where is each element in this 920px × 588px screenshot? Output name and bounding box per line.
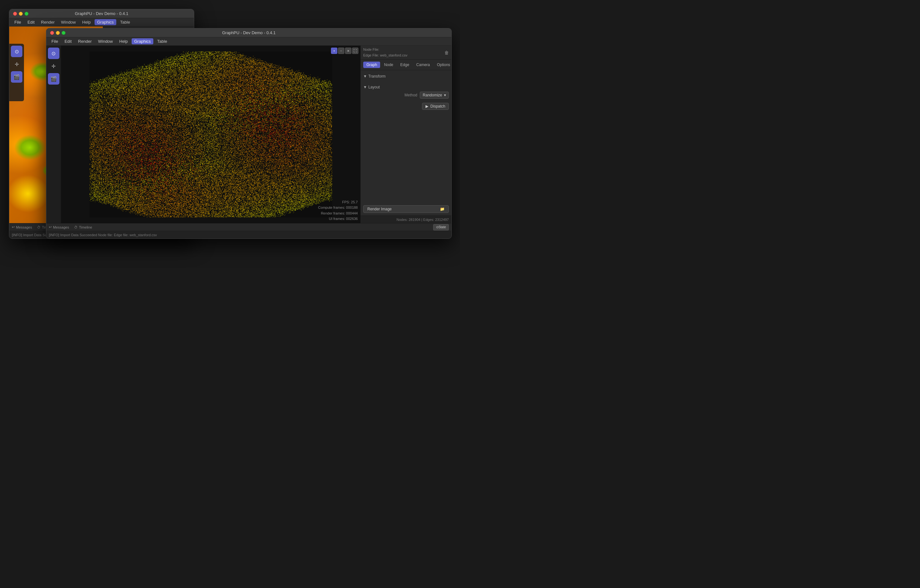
tab-camera-front[interactable]: Camera <box>413 61 433 68</box>
trash-icon-front[interactable]: 🗑 <box>444 50 449 55</box>
state-label: State <box>439 225 446 229</box>
window-title-bg: GraphPU - Dev Demo - 0.4.1 <box>75 11 128 16</box>
panel-content-front: ▼ Transform ▼ Layout Method Randomize ▾ <box>361 70 451 116</box>
render-stat: Render frames: 000444 <box>318 211 358 216</box>
menubar-bg: File Edit Render Window Help Graphics Ta… <box>9 18 194 26</box>
tab-node-front[interactable]: Node <box>381 61 397 68</box>
minimize-button-bg[interactable] <box>19 12 23 16</box>
messages-label-bg: Messages <box>16 225 32 229</box>
tool-camera-front[interactable]: 🎬 <box>48 73 60 85</box>
menu-edit-front[interactable]: Edit <box>62 38 74 44</box>
timeline-icon-bg: ⏱ <box>37 225 40 229</box>
file-info-front: Node File: Edge File: web_stanford.csv 🗑 <box>361 46 451 60</box>
close-button-bg[interactable] <box>13 12 17 16</box>
timeline-label-front: Timeline <box>79 225 92 229</box>
menu-file-front[interactable]: File <box>49 38 61 44</box>
window-title-front: GraphPU - Dev Demo - 0.4.1 <box>222 30 276 35</box>
maximize-button-front[interactable] <box>62 31 65 35</box>
menu-edit-bg[interactable]: Edit <box>25 19 37 25</box>
ui-stat: UI frames: 002636 <box>318 216 358 222</box>
render-image-button[interactable]: Render Image 📁 <box>363 205 449 213</box>
layout-chevron: ▼ <box>363 85 367 89</box>
vp-ctrl-close[interactable]: ✕ <box>345 48 351 54</box>
vp-ctrl-expand[interactable]: ⛶ <box>352 48 358 54</box>
main-area-front: ⊙ ✛ 🎬 • − ✕ ⛶ FPS: 25.7 <box>46 46 451 223</box>
traffic-lights-front[interactable] <box>50 31 65 35</box>
toolbar-front: ⊙ ✛ 🎬 <box>46 46 61 223</box>
menu-window-bg[interactable]: Window <box>58 19 78 25</box>
menu-graphics-bg[interactable]: Graphics <box>94 19 116 25</box>
timeline-icon-front: ⏱ <box>74 225 78 229</box>
title-bar-front: GraphPU - Dev Demo - 0.4.1 <box>46 28 451 37</box>
folder-icon: 📁 <box>440 207 445 211</box>
panel-tabs-front: Graph Node Edge Camera Options <box>361 60 451 70</box>
messages-icon-front: ↩ <box>49 225 52 229</box>
node-file-front: Node File: <box>363 47 407 53</box>
toolbar-bg: ⊙ ✛ 🎬 <box>9 44 24 101</box>
menubar-front: File Edit Render Window Help Graphics Ta… <box>46 37 451 46</box>
layout-header[interactable]: ▼ Layout <box>363 84 449 90</box>
state-button[interactable]: ⊙ State <box>433 224 449 231</box>
transform-header[interactable]: ▼ Transform <box>363 73 449 80</box>
edge-file-front: Edge File: web_stanford.csv <box>363 53 407 58</box>
tool-move-front[interactable]: ✛ <box>48 60 60 72</box>
chevron-down-icon: ▾ <box>444 93 446 97</box>
messages-status-front[interactable]: ↩ Messages <box>49 225 69 229</box>
nodes-edges-bar: Nodes: 281904 | Edges: 2312497 <box>361 215 451 223</box>
method-dropdown[interactable]: Randomize ▾ <box>420 92 449 99</box>
state-icon: ⊙ <box>436 225 439 229</box>
dispatch-label: Dispatch <box>430 104 445 108</box>
close-button-front[interactable] <box>50 31 54 35</box>
menu-file-bg[interactable]: File <box>12 19 24 25</box>
log-text-front: [INFO] Import Data Succeeded Node file: … <box>49 233 157 237</box>
vp-ctrl-dot[interactable]: • <box>331 48 337 54</box>
menu-table-bg[interactable]: Table <box>118 19 133 25</box>
transform-label: Transform <box>368 74 385 79</box>
viewport-front: • − ✕ ⛶ FPS: 25.7 Compute frames: 000188 <box>61 46 360 223</box>
messages-status-bg[interactable]: ↩ Messages <box>12 225 32 229</box>
dispatch-button[interactable]: ▶ Dispatch <box>422 103 449 110</box>
vp-ctrl-minus[interactable]: − <box>338 48 344 54</box>
tab-edge-front[interactable]: Edge <box>397 61 412 68</box>
menu-help-front[interactable]: Help <box>117 38 130 44</box>
method-label: Method <box>405 93 417 97</box>
nodes-edges-text: Nodes: 281904 | Edges: 2312497 <box>397 218 449 221</box>
maximize-button-bg[interactable] <box>24 12 28 16</box>
tool-target-front[interactable]: ⊙ <box>48 48 60 59</box>
tool-camera-bg[interactable]: 🎬 <box>11 71 23 83</box>
window-front[interactable]: GraphPU - Dev Demo - 0.4.1 File Edit Ren… <box>46 28 452 239</box>
tool-move-bg[interactable]: ✛ <box>11 58 23 70</box>
transform-chevron: ▼ <box>363 74 367 79</box>
panel-spacer <box>361 116 451 203</box>
dispatch-arrow-icon: ▶ <box>426 104 428 108</box>
minimize-button-front[interactable] <box>56 31 60 35</box>
timeline-status-front[interactable]: ⏱ Timeline <box>74 225 92 229</box>
status-bar-front: ↩ Messages ⏱ Timeline ⊙ State <box>46 223 451 231</box>
state-area: ⊙ State <box>433 224 449 231</box>
menu-window-front[interactable]: Window <box>96 38 115 44</box>
stats-overlay: FPS: 25.7 Compute frames: 000188 Render … <box>318 200 358 222</box>
menu-help-bg[interactable]: Help <box>79 19 93 25</box>
tool-target-bg[interactable]: ⊙ <box>11 46 23 57</box>
menu-graphics-front[interactable]: Graphics <box>131 38 153 44</box>
right-panel-front: Node File: Edge File: web_stanford.csv 🗑… <box>360 46 451 223</box>
messages-label-front: Messages <box>53 225 69 229</box>
tab-graph-front[interactable]: Graph <box>363 61 380 68</box>
method-value: Randomize <box>423 93 442 97</box>
render-label: Render Image <box>368 207 392 211</box>
layout-label: Layout <box>368 85 380 89</box>
title-bar-bg: GraphPU - Dev Demo - 0.4.1 <box>9 9 194 18</box>
menu-render-front[interactable]: Render <box>75 38 94 44</box>
tab-options-front[interactable]: Options <box>434 61 451 68</box>
menu-render-bg[interactable]: Render <box>38 19 57 25</box>
transform-section: ▼ Transform <box>363 73 449 80</box>
traffic-lights-bg[interactable] <box>13 12 28 16</box>
menu-table-front[interactable]: Table <box>155 38 170 44</box>
render-area: Render Image 📁 <box>361 203 451 215</box>
fps-stat: FPS: 25.7 <box>318 200 358 205</box>
log-bar-front: [INFO] Import Data Succeeded Node file: … <box>46 231 451 239</box>
point-cloud-container <box>61 46 360 223</box>
messages-icon-bg: ↩ <box>12 225 15 229</box>
point-cloud-canvas <box>89 52 332 217</box>
layout-section: ▼ Layout Method Randomize ▾ ▶ Dispatc <box>363 84 449 110</box>
